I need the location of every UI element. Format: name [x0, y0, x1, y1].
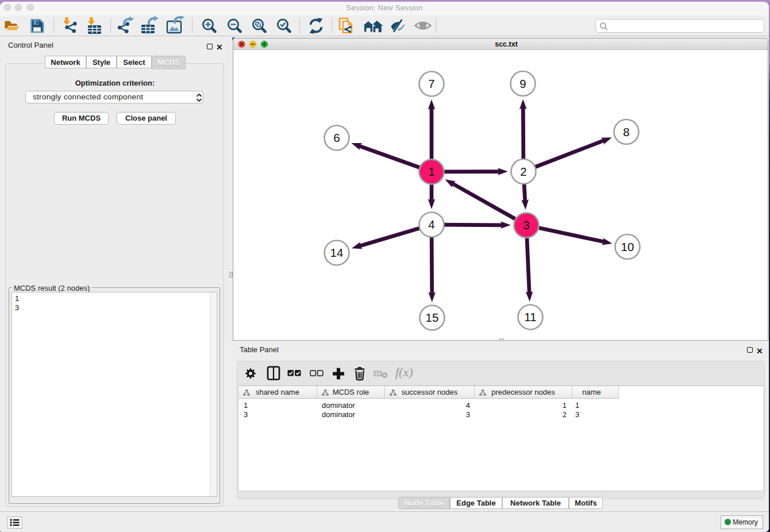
svg-text:1: 1 [428, 165, 434, 178]
svg-text:6: 6 [333, 131, 340, 144]
svg-text:11: 11 [524, 310, 536, 323]
svg-text:2: 2 [520, 165, 526, 178]
svg-text:15: 15 [426, 311, 439, 324]
svg-text:14: 14 [330, 246, 344, 259]
svg-text:4: 4 [428, 218, 434, 231]
svg-text:7: 7 [428, 77, 434, 90]
svg-text:3: 3 [523, 218, 529, 232]
svg-text:8: 8 [623, 125, 629, 138]
svg-text:9: 9 [519, 77, 526, 90]
svg-text:10: 10 [621, 240, 634, 253]
